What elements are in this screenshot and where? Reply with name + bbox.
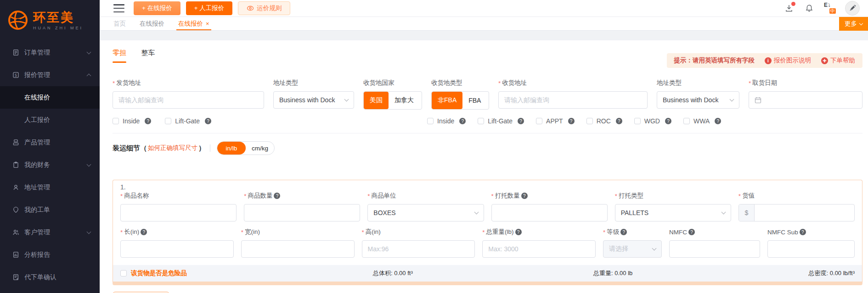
help-icon[interactable]: ?: [459, 118, 466, 124]
tab-home[interactable]: 首页: [113, 17, 126, 30]
rate-rules-button[interactable]: 运价规则: [238, 1, 290, 15]
help-icon[interactable]: ?: [274, 193, 280, 199]
globe-icon: [7, 10, 28, 31]
ship-to-field: 收货地址: [498, 79, 648, 110]
sidebar-item-quotes[interactable]: $ 报价管理: [0, 64, 100, 86]
weight-field: 总重量(lb)?: [482, 228, 596, 258]
delivery-options: Inside? Lift-Gate? APPT? ROC? WGD? WWA?: [427, 117, 721, 125]
online-quote-button[interactable]: + 在线报价: [134, 1, 180, 15]
manual-quote-button[interactable]: + 人工报价: [186, 1, 233, 15]
product-icon: [12, 139, 19, 146]
sidebar-item-customers[interactable]: 客户管理: [0, 221, 100, 243]
quote-icon: $: [12, 72, 19, 79]
help-icon[interactable]: ?: [800, 229, 806, 235]
country-us-option[interactable]: 美国: [364, 92, 389, 109]
delivery-liftgate-option[interactable]: Lift-Gate?: [478, 117, 524, 125]
help-icon[interactable]: ?: [141, 229, 147, 235]
checkbox[interactable]: [427, 118, 434, 124]
dimension-guide-link[interactable]: 如何正确填写尺寸: [148, 144, 197, 152]
delivery-wwa-option[interactable]: WWA?: [683, 117, 721, 125]
ship-to-input[interactable]: [504, 96, 642, 104]
class-select[interactable]: 请选择: [603, 240, 662, 258]
tab-ftl[interactable]: 整车: [141, 49, 155, 63]
tab-online-quote[interactable]: 在线报价: [140, 17, 164, 30]
pallet-qty-input[interactable]: [497, 209, 602, 216]
pickup-date-input[interactable]: [749, 91, 862, 109]
finance-icon: [12, 161, 19, 169]
download-icon[interactable]: [783, 3, 795, 14]
delivery-inside-option[interactable]: Inside?: [427, 117, 466, 125]
ship-from-input[interactable]: [118, 96, 258, 104]
menu-toggle-icon[interactable]: [113, 4, 124, 12]
help-icon[interactable]: ?: [715, 118, 721, 124]
country-ca-option[interactable]: 加拿大: [389, 92, 420, 109]
unit-cmkg-option[interactable]: cm/kg: [246, 142, 274, 155]
help-icon[interactable]: ?: [568, 118, 575, 124]
help-icon[interactable]: ?: [665, 118, 671, 124]
value-input[interactable]: [755, 209, 854, 216]
hazard-checkbox[interactable]: 该货物是否是危险品: [120, 269, 373, 277]
width-input[interactable]: [247, 245, 349, 253]
close-icon[interactable]: ×: [206, 20, 209, 27]
bell-icon[interactable]: [804, 3, 815, 14]
help-icon[interactable]: ?: [145, 118, 151, 124]
required-asterisk: [362, 229, 366, 236]
length-input[interactable]: [126, 245, 228, 253]
required-asterisk: [244, 193, 248, 199]
help-icon[interactable]: ?: [518, 118, 524, 124]
avatar[interactable]: [845, 1, 860, 16]
checkbox[interactable]: [165, 118, 171, 124]
to-type-select[interactable]: Business with Dock: [657, 91, 739, 109]
sidebar-item-manual-quote[interactable]: 人工报价: [0, 109, 100, 131]
sidebar-item-products[interactable]: 产品管理: [0, 131, 100, 154]
delivery-wgd-option[interactable]: WGD?: [634, 117, 671, 125]
help-icon[interactable]: ?: [688, 229, 695, 235]
sidebar-item-addresses[interactable]: 地址管理: [0, 176, 100, 199]
help-icon[interactable]: ?: [515, 229, 522, 235]
translate-icon[interactable]: E⤵中: [824, 3, 836, 14]
checkbox[interactable]: [683, 118, 690, 124]
non-fba-option[interactable]: 非FBA: [432, 92, 462, 109]
more-button[interactable]: 更多: [839, 17, 868, 31]
brand-logo[interactable]: 环至美 HUAN ZHI MEI: [0, 0, 100, 39]
nmfc-sub-input[interactable]: [773, 245, 849, 253]
height-input[interactable]: [368, 245, 469, 253]
pallet-type-select[interactable]: PALLETS: [615, 204, 731, 221]
delivery-roc-option[interactable]: ROC?: [586, 117, 622, 125]
help-icon[interactable]: ?: [521, 193, 528, 199]
help-icon[interactable]: ?: [620, 229, 627, 235]
pickup-liftgate-option[interactable]: Lift-Gate?: [165, 117, 211, 125]
help-icon[interactable]: ?: [616, 118, 622, 124]
checkbox[interactable]: [536, 118, 542, 124]
required-asterisk: [241, 229, 245, 236]
unit-inlb-option[interactable]: in/lb: [217, 142, 246, 155]
sidebar-item-online-quote[interactable]: 在线报价: [0, 86, 100, 109]
pickup-inside-option[interactable]: Inside?: [113, 117, 151, 125]
delivery-appt-option[interactable]: APPT?: [536, 117, 575, 125]
sidebar-item-reports[interactable]: 分析报告: [0, 243, 100, 266]
ticket-icon: [12, 206, 19, 214]
order-help-link[interactable]: ✚ 下单帮助: [821, 56, 855, 65]
fba-option[interactable]: FBA: [462, 92, 487, 109]
from-type-select[interactable]: Business with Dock: [273, 91, 354, 109]
sidebar-item-order-confirm[interactable]: 代下单确认: [0, 266, 100, 288]
sidebar-item-tickets[interactable]: 我的工单: [0, 199, 100, 221]
item-unit-select[interactable]: BOXES: [367, 204, 484, 221]
weight-input[interactable]: [488, 245, 590, 253]
brand-title: 环至美: [33, 11, 83, 24]
checkbox[interactable]: [634, 118, 641, 124]
help-icon[interactable]: ?: [205, 118, 211, 124]
tab-online-quote-active[interactable]: 在线报价 ×: [178, 17, 209, 30]
checkbox[interactable]: [113, 118, 119, 124]
checkbox[interactable]: [120, 270, 127, 276]
item-qty-field: 商品数量?: [244, 192, 360, 221]
sidebar-item-orders[interactable]: 订单管理: [0, 41, 100, 64]
item-qty-input[interactable]: [250, 209, 354, 216]
checkbox[interactable]: [586, 118, 593, 124]
item-name-input[interactable]: [126, 209, 231, 216]
quote-legend-link[interactable]: i 报价图示说明: [765, 56, 811, 65]
checkbox[interactable]: [478, 118, 484, 124]
tab-ltl[interactable]: 零担: [113, 49, 126, 63]
nmfc-input[interactable]: [675, 245, 754, 253]
sidebar-item-finance[interactable]: 我的财务: [0, 154, 100, 176]
